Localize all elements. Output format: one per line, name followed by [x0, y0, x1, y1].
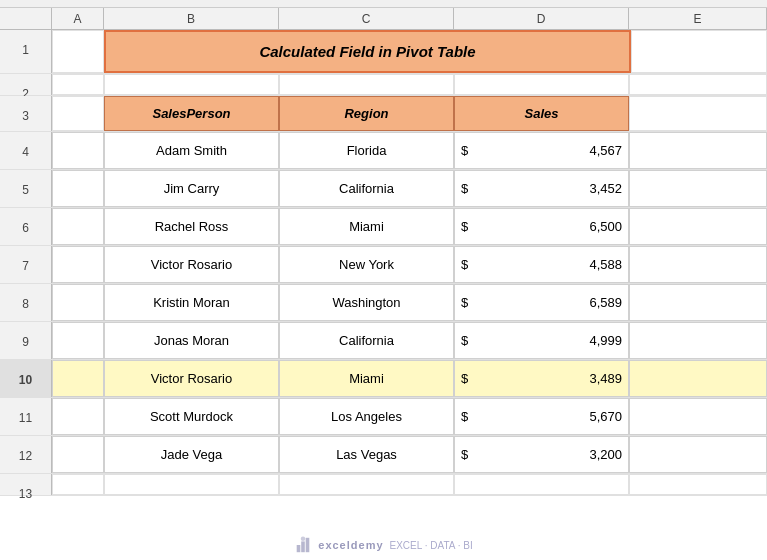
cell-c10[interactable]: Miami [279, 360, 454, 397]
cell-c4[interactable]: Florida [279, 132, 454, 169]
svg-rect-0 [297, 545, 301, 552]
cell-c8[interactable]: Washington [279, 284, 454, 321]
cell-b13[interactable] [104, 474, 279, 495]
salesperson-9: Jonas Moran [154, 333, 229, 348]
row-num-13: 13 [0, 474, 52, 495]
cell-d5[interactable]: $ 3,452 [454, 170, 629, 207]
cell-b9[interactable]: Jonas Moran [104, 322, 279, 359]
cell-e10[interactable] [629, 360, 767, 397]
col-header-e: E [629, 8, 767, 30]
col-header-c: C [279, 8, 454, 30]
cell-b8[interactable]: Kristin Moran [104, 284, 279, 321]
cell-d7[interactable]: $ 4,588 [454, 246, 629, 283]
cell-e4[interactable] [629, 132, 767, 169]
row-num-8: 8 [0, 284, 52, 321]
cell-a13[interactable] [52, 474, 104, 495]
amount-7: 4,588 [474, 257, 622, 272]
cell-c7[interactable]: New York [279, 246, 454, 283]
table-row: 7 Victor Rosario New York $ 4,588 [0, 246, 767, 284]
spreadsheet-title: Calculated Field in Pivot Table [259, 43, 475, 60]
cell-c11[interactable]: Los Angeles [279, 398, 454, 435]
cell-b2[interactable] [104, 74, 279, 95]
table-row: 11 Scott Murdock Los Angeles $ 5,670 [0, 398, 767, 436]
amount-12: 3,200 [474, 447, 622, 462]
cell-d9[interactable]: $ 4,999 [454, 322, 629, 359]
cell-c13[interactable] [279, 474, 454, 495]
cell-d2[interactable] [454, 74, 629, 95]
row-num-10: 10 [0, 360, 52, 397]
cell-e7[interactable] [629, 246, 767, 283]
cell-a5[interactable] [52, 170, 104, 207]
cell-a1[interactable] [52, 30, 104, 73]
cell-c12[interactable]: Las Vegas [279, 436, 454, 473]
cell-c2[interactable] [279, 74, 454, 95]
row-num-7: 7 [0, 246, 52, 283]
title-cell: Calculated Field in Pivot Table [104, 30, 631, 73]
cell-a2[interactable] [52, 74, 104, 95]
cell-b5[interactable]: Jim Carry [104, 170, 279, 207]
cell-c6[interactable]: Miami [279, 208, 454, 245]
table-row: 6 Rachel Ross Miami $ 6,500 [0, 208, 767, 246]
table-row: 12 Jade Vega Las Vegas $ 3,200 [0, 436, 767, 474]
cell-e5[interactable] [629, 170, 767, 207]
salesperson-6: Rachel Ross [155, 219, 229, 234]
cell-a6[interactable] [52, 208, 104, 245]
region-4: Florida [347, 143, 387, 158]
cell-a3[interactable] [52, 96, 104, 131]
cell-a4[interactable] [52, 132, 104, 169]
svg-point-3 [301, 536, 306, 541]
table-row: 2 [0, 74, 767, 96]
cell-a12[interactable] [52, 436, 104, 473]
salesperson-4: Adam Smith [156, 143, 227, 158]
salesperson-11: Scott Murdock [150, 409, 233, 424]
region-12: Las Vegas [336, 447, 397, 462]
cell-b12[interactable]: Jade Vega [104, 436, 279, 473]
cell-a7[interactable] [52, 246, 104, 283]
dollar-8: $ [461, 295, 468, 310]
dollar-11: $ [461, 409, 468, 424]
cell-e2[interactable] [629, 74, 767, 95]
region-7: New York [339, 257, 394, 272]
row-num-1: 1 [0, 30, 52, 73]
watermark: exceldemy EXCEL · DATA · BI [294, 536, 472, 554]
cell-c5[interactable]: California [279, 170, 454, 207]
cell-b11[interactable]: Scott Murdock [104, 398, 279, 435]
cell-a9[interactable] [52, 322, 104, 359]
cell-b4[interactable]: Adam Smith [104, 132, 279, 169]
dollar-9: $ [461, 333, 468, 348]
cell-b7[interactable]: Victor Rosario [104, 246, 279, 283]
cell-e9[interactable] [629, 322, 767, 359]
cell-d4[interactable]: $ 4,567 [454, 132, 629, 169]
cell-e6[interactable] [629, 208, 767, 245]
cell-e12[interactable] [629, 436, 767, 473]
watermark-area: exceldemy EXCEL · DATA · BI [0, 530, 767, 560]
cell-d12[interactable]: $ 3,200 [454, 436, 629, 473]
corner-header [0, 8, 52, 30]
cell-e11[interactable] [629, 398, 767, 435]
cell-b10[interactable]: Victor Rosario [104, 360, 279, 397]
region-10: Miami [349, 371, 384, 386]
cell-e1[interactable] [631, 30, 767, 73]
cell-d10[interactable]: $ 3,489 [454, 360, 629, 397]
cell-a8[interactable] [52, 284, 104, 321]
salesperson-7: Victor Rosario [151, 257, 232, 272]
cell-c9[interactable]: California [279, 322, 454, 359]
cell-d6[interactable]: $ 6,500 [454, 208, 629, 245]
cell-e3[interactable] [629, 96, 767, 131]
cell-a10[interactable] [52, 360, 104, 397]
cell-d8[interactable]: $ 6,589 [454, 284, 629, 321]
header-region: Region [279, 96, 454, 131]
top-bar [0, 0, 767, 8]
watermark-tagline: EXCEL · DATA · BI [390, 540, 473, 551]
dollar-6: $ [461, 219, 468, 234]
amount-8: 6,589 [474, 295, 622, 310]
cell-d13[interactable] [454, 474, 629, 495]
amount-4: 4,567 [474, 143, 622, 158]
cell-a11[interactable] [52, 398, 104, 435]
cell-b6[interactable]: Rachel Ross [104, 208, 279, 245]
cell-e8[interactable] [629, 284, 767, 321]
cell-d11[interactable]: $ 5,670 [454, 398, 629, 435]
region-header-label: Region [344, 106, 388, 121]
watermark-brand: exceldemy [318, 539, 383, 551]
cell-e13[interactable] [629, 474, 767, 495]
